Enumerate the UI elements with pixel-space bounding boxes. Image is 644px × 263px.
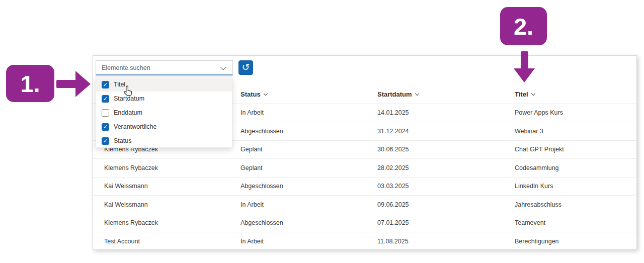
refresh-button[interactable]: ↺ [238, 60, 253, 75]
filter-option-titel[interactable]: ✓ Titel [96, 77, 232, 92]
checkbox-checked-icon[interactable]: ✓ [102, 123, 109, 131]
filter-option-startdatum[interactable]: ✓ Startdatum [96, 92, 232, 106]
refresh-icon: ↺ [242, 62, 250, 72]
column-header-titel[interactable]: Titel [515, 85, 535, 104]
page: 1. 2. Elemente suchen ↺ Status Startdat [0, 0, 644, 263]
filter-option-status[interactable]: ✓ Status [96, 134, 232, 148]
table-row[interactable]: Test Account In Arbeit 11.08.2025 Berech… [93, 232, 636, 250]
filter-option-enddatum[interactable]: Enddatum [96, 106, 232, 120]
filter-option-verantwortliche[interactable]: ✓ Verantwortliche [96, 120, 232, 134]
step-1-label: 1. [20, 70, 40, 98]
column-header-status[interactable]: Status [240, 85, 267, 104]
list-panel: Elemente suchen ↺ Status Startdatum Tite… [93, 55, 637, 250]
step-2-label: 2. [514, 13, 533, 40]
table-row[interactable]: Klemens Rybaczek Abgeschlossen 07.01.202… [93, 214, 636, 232]
step-2-arrowhead-icon [514, 68, 535, 82]
step-2-arrow-down-icon [521, 51, 528, 69]
checkbox-unchecked-icon[interactable] [102, 109, 109, 117]
table-row[interactable]: Kai Weissmann In Arbeit 09.06.2025 Jahre… [93, 196, 636, 214]
chevron-down-icon [415, 92, 419, 96]
column-header-startdatum[interactable]: Startdatum [377, 85, 419, 104]
table-row[interactable]: Klemens Rybaczek Geplant 28.02.2025 Code… [93, 159, 636, 178]
hand-cursor-icon [122, 85, 133, 98]
column-filter-dropdown: ✓ Titel ✓ Startdatum Enddatum ✓ Verantwo… [96, 76, 232, 148]
chevron-down-icon[interactable] [220, 64, 226, 70]
step-1-badge: 1. [6, 65, 54, 102]
checkbox-checked-icon[interactable]: ✓ [102, 95, 109, 103]
chevron-down-icon [263, 92, 267, 96]
chevron-down-icon [531, 92, 535, 96]
step-2-badge: 2. [500, 7, 547, 45]
search-combobox[interactable]: Elemente suchen [96, 60, 233, 75]
search-placeholder: Elemente suchen [102, 64, 150, 71]
step-1-arrowhead-icon [75, 71, 91, 97]
table-row[interactable]: Kai Weissmann Abgeschlossen 03.03.2025 L… [93, 177, 636, 196]
checkbox-checked-icon[interactable]: ✓ [102, 81, 109, 89]
step-1-arrow-right-icon [56, 80, 76, 88]
checkbox-checked-icon[interactable]: ✓ [102, 137, 109, 145]
